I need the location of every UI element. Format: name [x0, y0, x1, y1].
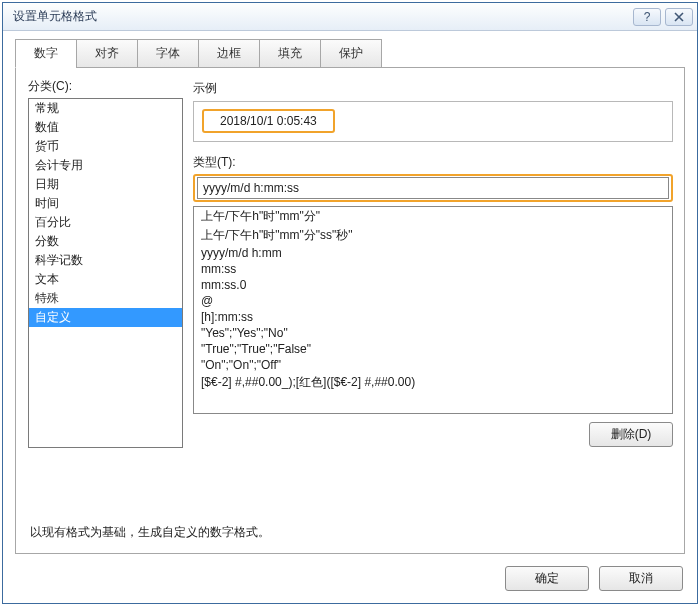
format-item[interactable]: yyyy/m/d h:mm — [194, 245, 672, 261]
close-button[interactable] — [665, 8, 693, 26]
detail-column: 示例 2018/10/1 0:05:43 类型(T): 上午/下午h"时"mm"… — [193, 78, 673, 512]
format-item[interactable]: mm:ss — [194, 261, 672, 277]
category-item-text[interactable]: 文本 — [29, 270, 182, 289]
dialog-footer: 确定 取消 — [3, 554, 697, 603]
cancel-button[interactable]: 取消 — [599, 566, 683, 591]
type-highlight — [193, 174, 673, 202]
window-title: 设置单元格格式 — [13, 8, 97, 25]
category-column: 分类(C): 常规 数值 货币 会计专用 日期 时间 百分比 分数 科学记数 文… — [28, 78, 183, 512]
tab-font[interactable]: 字体 — [137, 39, 199, 68]
category-item-date[interactable]: 日期 — [29, 175, 182, 194]
sample-value: 2018/10/1 0:05:43 — [202, 109, 335, 133]
category-item-general[interactable]: 常规 — [29, 99, 182, 118]
hint-text: 以现有格式为基础，生成自定义的数字格式。 — [30, 524, 672, 541]
category-item-custom[interactable]: 自定义 — [29, 308, 182, 327]
format-item[interactable]: mm:ss.0 — [194, 277, 672, 293]
number-pane: 分类(C): 常规 数值 货币 会计专用 日期 时间 百分比 分数 科学记数 文… — [15, 67, 685, 554]
format-item[interactable]: "On";"On";"Off" — [194, 357, 672, 373]
format-item[interactable]: @ — [194, 293, 672, 309]
format-cells-dialog: 设置单元格格式 ? 数字 对齐 字体 边框 填充 保护 分类(C): 常规 — [2, 2, 698, 604]
format-list[interactable]: 上午/下午h"时"mm"分" 上午/下午h"时"mm"分"ss"秒" yyyy/… — [193, 206, 673, 414]
close-icon — [674, 12, 684, 22]
ok-button[interactable]: 确定 — [505, 566, 589, 591]
format-item[interactable]: 上午/下午h"时"mm"分" — [194, 207, 672, 226]
format-item[interactable]: "True";"True";"False" — [194, 341, 672, 357]
delete-row: 删除(D) — [193, 422, 673, 447]
category-item-time[interactable]: 时间 — [29, 194, 182, 213]
tab-number[interactable]: 数字 — [15, 39, 77, 68]
type-label: 类型(T): — [193, 154, 673, 171]
category-item-percentage[interactable]: 百分比 — [29, 213, 182, 232]
category-item-special[interactable]: 特殊 — [29, 289, 182, 308]
category-item-fraction[interactable]: 分数 — [29, 232, 182, 251]
titlebar: 设置单元格格式 ? — [3, 3, 697, 31]
help-button[interactable]: ? — [633, 8, 661, 26]
format-item[interactable]: [h]:mm:ss — [194, 309, 672, 325]
category-item-number[interactable]: 数值 — [29, 118, 182, 137]
delete-button[interactable]: 删除(D) — [589, 422, 673, 447]
format-item[interactable]: 上午/下午h"时"mm"分"ss"秒" — [194, 226, 672, 245]
tab-fill[interactable]: 填充 — [259, 39, 321, 68]
tabs: 数字 对齐 字体 边框 填充 保护 — [15, 39, 685, 68]
sample-box: 2018/10/1 0:05:43 — [193, 101, 673, 142]
sample-label: 示例 — [193, 80, 673, 97]
format-item[interactable]: [$€-2] #,##0.00_);[红色]([$€-2] #,##0.00) — [194, 373, 672, 392]
category-label: 分类(C): — [28, 78, 183, 95]
dialog-content: 数字 对齐 字体 边框 填充 保护 分类(C): 常规 数值 货币 会计专用 日… — [3, 31, 697, 554]
format-item[interactable]: "Yes";"Yes";"No" — [194, 325, 672, 341]
tab-border[interactable]: 边框 — [198, 39, 260, 68]
type-input[interactable] — [197, 177, 669, 199]
tab-protection[interactable]: 保护 — [320, 39, 382, 68]
tab-alignment[interactable]: 对齐 — [76, 39, 138, 68]
category-item-currency[interactable]: 货币 — [29, 137, 182, 156]
category-listbox[interactable]: 常规 数值 货币 会计专用 日期 时间 百分比 分数 科学记数 文本 特殊 自定… — [28, 98, 183, 448]
category-item-scientific[interactable]: 科学记数 — [29, 251, 182, 270]
category-item-accounting[interactable]: 会计专用 — [29, 156, 182, 175]
